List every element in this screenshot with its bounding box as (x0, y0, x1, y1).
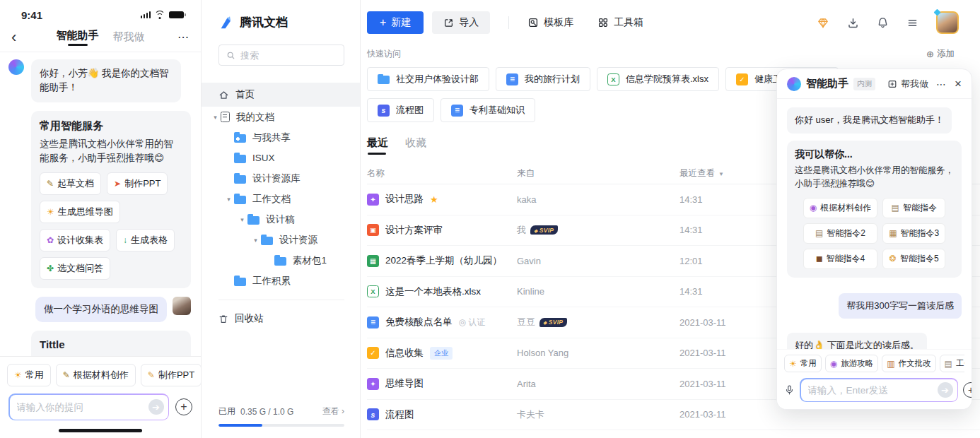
tab-assistant[interactable]: 智能助手 (57, 29, 99, 46)
chip-label: 制作PPT (124, 177, 161, 190)
assistant-prompt-input[interactable] (808, 385, 933, 396)
help-chip[interactable]: ▤智能指令 (882, 198, 945, 218)
add-quick-access-button[interactable]: ⊕添加 (926, 48, 955, 60)
quick-access-card[interactable]: 信息学院预算表.xlsx (597, 67, 719, 91)
new-button[interactable]: +新建 (367, 11, 424, 34)
tab-help-me-do[interactable]: 帮我做 (113, 30, 145, 44)
vip-diamond-icon[interactable] (817, 17, 829, 29)
chip-label: 智能指令2 (827, 227, 865, 239)
close-icon[interactable]: × (955, 78, 962, 90)
tree-item-label: 设计稿 (266, 213, 295, 226)
quick-chip[interactable]: ☀常用 (784, 355, 822, 372)
battery-icon (169, 11, 184, 18)
search-input[interactable] (240, 50, 337, 61)
chip-label: 根据材料创作 (74, 369, 129, 381)
sidebar: 腾讯文档 首页 ▾ 我的文档 (202, 0, 361, 438)
help-chip[interactable]: ▤智能指令2 (803, 223, 877, 244)
more-icon[interactable]: ⋯ (936, 78, 947, 90)
add-attachment-icon[interactable]: + (175, 398, 192, 415)
templates-button[interactable]: 模板库 (527, 16, 573, 29)
user-avatar[interactable] (936, 11, 959, 34)
toolbox-button[interactable]: 工具箱 (597, 16, 643, 29)
help-chip[interactable]: ❂智能指令5 (882, 249, 945, 269)
tree-item[interactable]: ISUX (202, 148, 360, 168)
tree-item-label: 与我共享 (252, 131, 291, 144)
folder-icon (234, 194, 246, 204)
chip-label: 智能指令3 (901, 227, 940, 239)
search-box[interactable] (218, 45, 344, 66)
send-icon[interactable]: ➔ (938, 382, 953, 398)
file-icon (367, 378, 379, 390)
file-owner: Holson Yang (517, 348, 568, 358)
tree-item[interactable]: 素材包1 (202, 250, 360, 271)
chip-icon: ☀ (14, 371, 22, 379)
send-icon[interactable]: ➔ (148, 399, 164, 415)
quick-access-card[interactable]: 我的旅行计划 (496, 67, 590, 91)
sidebar-item-trash[interactable]: 回收站 (202, 307, 360, 330)
file-owner: Kinline (517, 286, 544, 297)
tree-item[interactable]: 工作积累 (202, 271, 360, 291)
tree-item[interactable]: ▾ 设计稿 (202, 209, 360, 230)
quick-access-card[interactable]: 流程图 (367, 98, 434, 122)
service-chip[interactable]: ✤选文档问答 (40, 257, 110, 280)
mic-icon[interactable] (784, 384, 795, 396)
tab-favorites[interactable]: 收藏 (405, 136, 426, 155)
caret-icon[interactable]: ▾ (210, 114, 221, 121)
storage-view-link[interactable]: 查看 › (322, 406, 344, 418)
quick-chip[interactable]: ▥作文批改 (882, 355, 935, 372)
quick-chip[interactable]: ✎根据材料创作 (56, 364, 136, 386)
quick-access-card[interactable]: 专利基础知识 (441, 98, 535, 122)
back-icon[interactable]: ‹ (11, 30, 28, 45)
service-chip[interactable]: ✎起草文档 (40, 172, 101, 195)
sidebar-item-home[interactable]: 首页 (202, 83, 360, 107)
caret-icon[interactable]: ▾ (237, 216, 247, 223)
quick-access-card[interactable]: 社交用户体验设计部 (367, 67, 489, 91)
add-attachment-icon[interactable]: + (963, 382, 972, 398)
bell-icon[interactable] (877, 17, 889, 29)
caret-icon[interactable]: ▾ (223, 196, 234, 203)
tree-item[interactable]: ▾ 设计资源 (202, 230, 360, 250)
tree-item[interactable]: 与我共享 (202, 127, 360, 148)
quick-chip[interactable]: ▤工作周报 (940, 355, 964, 372)
mobile-prompt-input[interactable] (17, 402, 144, 413)
chip-icon: ◉ (810, 203, 817, 212)
folder-icon (234, 276, 246, 286)
chip-label: 起草文档 (57, 177, 94, 190)
download-icon[interactable] (847, 17, 859, 29)
import-button[interactable]: 导入 (432, 11, 490, 34)
help-chip[interactable]: ▦智能指令3 (882, 223, 945, 244)
tree-item[interactable]: ▾ 我的文档 (202, 107, 360, 127)
column-from[interactable]: 来自 (517, 167, 679, 179)
mobile-chat-area: 你好，小芳👋 我是你的文档智能助手！ 常用智能服务 这些是腾讯文档小伙伴常用的智… (0, 52, 201, 356)
tree-item[interactable]: ▾ 工作文档 (202, 189, 360, 209)
quick-chip[interactable]: ☀常用 (7, 364, 51, 386)
more-icon[interactable]: ⋯ (173, 30, 189, 44)
help-chip[interactable]: ◼智能指令4 (803, 249, 877, 269)
plus-icon: + (380, 17, 386, 28)
chip-label: 生成表格 (131, 234, 168, 247)
quick-chip-list: ☀常用 ✎根据材料创作 ✎制作PPT ↓生成表格 (0, 357, 201, 389)
chip-icon: ↓ (123, 236, 127, 244)
help-me-do-button[interactable]: 帮我做 (887, 78, 928, 90)
tab-recent[interactable]: 最近 (367, 136, 388, 155)
quick-chip[interactable]: ◉旅游攻略 (825, 355, 878, 372)
home-indicator (59, 429, 142, 432)
assistant-chat-area: 你好 user，我是腾讯文档智能助手！ 我可以帮你... 这些是腾讯文档小伙伴常… (777, 99, 972, 349)
help-chip[interactable]: ◉根据材料创作 (803, 198, 877, 218)
chip-label: 常用 (800, 358, 817, 369)
service-chip[interactable]: ☀生成思维导图 (40, 201, 120, 223)
divider (218, 300, 344, 300)
file-icon (736, 73, 748, 85)
service-chip[interactable]: ✿设计收集表 (40, 229, 110, 251)
column-name[interactable]: 名称 (367, 167, 517, 179)
caret-icon[interactable]: ▾ (250, 237, 261, 244)
tree-item-label: 设计资源 (279, 234, 317, 247)
quick-access-label: 专利基础知识 (469, 104, 525, 117)
menu-icon[interactable] (906, 18, 918, 28)
service-chip[interactable]: ↓生成表格 (116, 229, 175, 251)
star-icon[interactable] (430, 193, 438, 206)
mobile-nav: ‹ 智能助手 帮我做 ⋯ (0, 23, 201, 52)
tree-item[interactable]: 设计资源库 (202, 168, 360, 189)
quick-chip[interactable]: ✎制作PPT (141, 364, 201, 386)
service-chip[interactable]: ➤制作PPT (107, 172, 168, 195)
